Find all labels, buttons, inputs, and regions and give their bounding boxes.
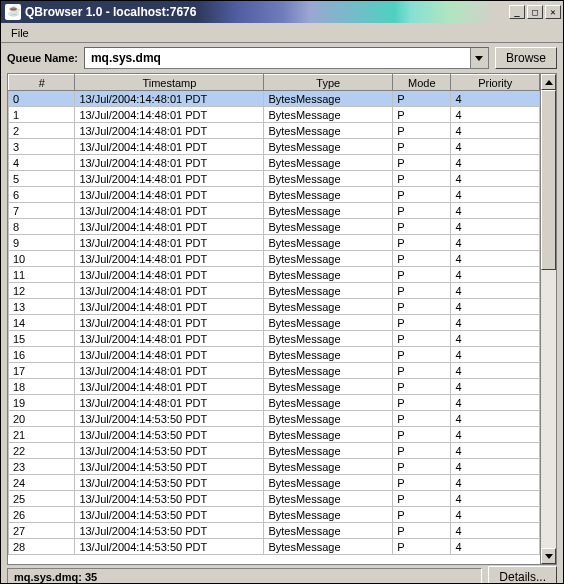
table-row[interactable]: 413/Jul/2004:14:48:01 PDTBytesMessageP4 (9, 155, 540, 171)
col-header-mode[interactable]: Mode (393, 75, 451, 91)
browse-button[interactable]: Browse (495, 47, 557, 69)
cell-ts: 13/Jul/2004:14:48:01 PDT (75, 123, 264, 139)
table-row[interactable]: 1113/Jul/2004:14:48:01 PDTBytesMessageP4 (9, 267, 540, 283)
minimize-button[interactable]: _ (509, 5, 525, 19)
table-row[interactable]: 113/Jul/2004:14:48:01 PDTBytesMessageP4 (9, 107, 540, 123)
cell-n: 12 (9, 283, 75, 299)
cell-type: BytesMessage (264, 107, 393, 123)
cell-type: BytesMessage (264, 91, 393, 107)
scroll-track[interactable] (541, 90, 556, 548)
cell-n: 24 (9, 475, 75, 491)
cell-n: 27 (9, 523, 75, 539)
table-row[interactable]: 2113/Jul/2004:14:53:50 PDTBytesMessageP4 (9, 427, 540, 443)
cell-pri: 4 (451, 427, 540, 443)
table-row[interactable]: 1313/Jul/2004:14:48:01 PDTBytesMessageP4 (9, 299, 540, 315)
window-controls: _ □ ✕ (507, 5, 561, 19)
scroll-down-arrow-icon[interactable] (541, 548, 556, 564)
cell-ts: 13/Jul/2004:14:48:01 PDT (75, 283, 264, 299)
table-row[interactable]: 2313/Jul/2004:14:53:50 PDTBytesMessageP4 (9, 459, 540, 475)
table-row[interactable]: 713/Jul/2004:14:48:01 PDTBytesMessageP4 (9, 203, 540, 219)
cell-pri: 4 (451, 219, 540, 235)
cell-pri: 4 (451, 139, 540, 155)
table-row[interactable]: 1513/Jul/2004:14:48:01 PDTBytesMessageP4 (9, 331, 540, 347)
cell-mode: P (393, 91, 451, 107)
message-table[interactable]: # Timestamp Type Mode Priority 013/Jul/2… (8, 74, 540, 555)
table-row[interactable]: 2013/Jul/2004:14:53:50 PDTBytesMessageP4 (9, 411, 540, 427)
queue-name-combo[interactable] (84, 47, 489, 69)
statusbar: mq.sys.dmq: 35 Details... (1, 565, 563, 584)
cell-pri: 4 (451, 315, 540, 331)
cell-mode: P (393, 395, 451, 411)
scroll-thumb[interactable] (541, 90, 556, 270)
col-header-priority[interactable]: Priority (451, 75, 540, 91)
cell-mode: P (393, 267, 451, 283)
table-row[interactable]: 913/Jul/2004:14:48:01 PDTBytesMessageP4 (9, 235, 540, 251)
table-row[interactable]: 1613/Jul/2004:14:48:01 PDTBytesMessageP4 (9, 347, 540, 363)
cell-mode: P (393, 475, 451, 491)
table-row[interactable]: 1913/Jul/2004:14:48:01 PDTBytesMessageP4 (9, 395, 540, 411)
cell-type: BytesMessage (264, 331, 393, 347)
col-header-number[interactable]: # (9, 75, 75, 91)
menu-file[interactable]: File (5, 25, 35, 41)
cell-mode: P (393, 187, 451, 203)
cell-ts: 13/Jul/2004:14:48:01 PDT (75, 219, 264, 235)
col-header-timestamp[interactable]: Timestamp (75, 75, 264, 91)
cell-n: 28 (9, 539, 75, 555)
titlebar[interactable]: QBrowser 1.0 - localhost:7676 _ □ ✕ (1, 1, 563, 23)
cell-n: 2 (9, 123, 75, 139)
cell-ts: 13/Jul/2004:14:53:50 PDT (75, 443, 264, 459)
close-button[interactable]: ✕ (545, 5, 561, 19)
table-row[interactable]: 813/Jul/2004:14:48:01 PDTBytesMessageP4 (9, 219, 540, 235)
table-row[interactable]: 1213/Jul/2004:14:48:01 PDTBytesMessageP4 (9, 283, 540, 299)
maximize-button[interactable]: □ (527, 5, 543, 19)
cell-pri: 4 (451, 267, 540, 283)
cell-pri: 4 (451, 299, 540, 315)
table-row[interactable]: 213/Jul/2004:14:48:01 PDTBytesMessageP4 (9, 123, 540, 139)
cell-mode: P (393, 107, 451, 123)
table-row[interactable]: 1413/Jul/2004:14:48:01 PDTBytesMessageP4 (9, 315, 540, 331)
cell-type: BytesMessage (264, 347, 393, 363)
cell-type: BytesMessage (264, 523, 393, 539)
table-row[interactable]: 2513/Jul/2004:14:53:50 PDTBytesMessageP4 (9, 491, 540, 507)
cell-type: BytesMessage (264, 139, 393, 155)
table-row[interactable]: 2613/Jul/2004:14:53:50 PDTBytesMessageP4 (9, 507, 540, 523)
cell-pri: 4 (451, 187, 540, 203)
cell-pri: 4 (451, 251, 540, 267)
cell-n: 18 (9, 379, 75, 395)
table-row[interactable]: 2213/Jul/2004:14:53:50 PDTBytesMessageP4 (9, 443, 540, 459)
table-row[interactable]: 013/Jul/2004:14:48:01 PDTBytesMessageP4 (9, 91, 540, 107)
message-table-scroll[interactable]: # Timestamp Type Mode Priority 013/Jul/2… (8, 74, 540, 564)
cell-ts: 13/Jul/2004:14:48:01 PDT (75, 315, 264, 331)
chevron-down-icon[interactable] (470, 48, 488, 68)
cell-n: 19 (9, 395, 75, 411)
cell-pri: 4 (451, 171, 540, 187)
cell-ts: 13/Jul/2004:14:48:01 PDT (75, 299, 264, 315)
cell-pri: 4 (451, 235, 540, 251)
table-row[interactable]: 1713/Jul/2004:14:48:01 PDTBytesMessageP4 (9, 363, 540, 379)
table-row[interactable]: 1813/Jul/2004:14:48:01 PDTBytesMessageP4 (9, 379, 540, 395)
table-row[interactable]: 2713/Jul/2004:14:53:50 PDTBytesMessageP4 (9, 523, 540, 539)
cell-n: 22 (9, 443, 75, 459)
queue-name-input[interactable] (85, 48, 470, 68)
cell-ts: 13/Jul/2004:14:48:01 PDT (75, 235, 264, 251)
details-button[interactable]: Details... (488, 566, 557, 584)
table-row[interactable]: 313/Jul/2004:14:48:01 PDTBytesMessageP4 (9, 139, 540, 155)
table-row[interactable]: 2813/Jul/2004:14:53:50 PDTBytesMessageP4 (9, 539, 540, 555)
cell-type: BytesMessage (264, 123, 393, 139)
cell-ts: 13/Jul/2004:14:48:01 PDT (75, 107, 264, 123)
cell-ts: 13/Jul/2004:14:48:01 PDT (75, 379, 264, 395)
table-row[interactable]: 613/Jul/2004:14:48:01 PDTBytesMessageP4 (9, 187, 540, 203)
col-header-type[interactable]: Type (264, 75, 393, 91)
table-row[interactable]: 513/Jul/2004:14:48:01 PDTBytesMessageP4 (9, 171, 540, 187)
scroll-up-arrow-icon[interactable] (541, 74, 556, 90)
vertical-scrollbar[interactable] (540, 74, 556, 564)
cell-mode: P (393, 155, 451, 171)
table-row[interactable]: 2413/Jul/2004:14:53:50 PDTBytesMessageP4 (9, 475, 540, 491)
table-row[interactable]: 1013/Jul/2004:14:48:01 PDTBytesMessageP4 (9, 251, 540, 267)
cell-mode: P (393, 427, 451, 443)
cell-mode: P (393, 443, 451, 459)
cell-pri: 4 (451, 283, 540, 299)
java-icon (5, 4, 21, 20)
cell-type: BytesMessage (264, 283, 393, 299)
cell-n: 1 (9, 107, 75, 123)
